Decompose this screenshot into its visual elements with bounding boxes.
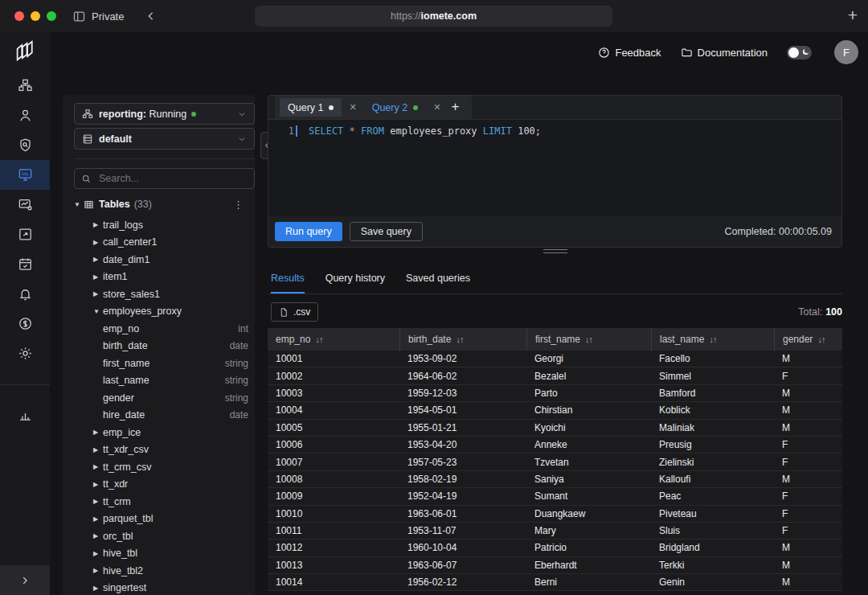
column-header-last_name[interactable]: last_name↓↑	[651, 328, 774, 351]
chevron-right-icon[interactable]: ▶	[93, 273, 103, 281]
clusters-icon	[18, 78, 33, 93]
nav-security[interactable]	[0, 130, 50, 160]
query-tab[interactable]: Query 2	[364, 98, 426, 117]
tree-table-item[interactable]: ▶tt_xdr_csv	[74, 441, 255, 459]
save-query-button[interactable]: Save query	[350, 222, 423, 241]
nav-billing[interactable]	[0, 309, 50, 339]
query-tab[interactable]: Query 1	[280, 98, 342, 117]
tree-table-item[interactable]: ▶trail_logs	[74, 216, 255, 234]
tree-column-item[interactable]: genderstring	[74, 389, 255, 407]
chevron-right-icon[interactable]: ▶	[93, 481, 103, 488]
address-bar[interactable]: https://iomete.com	[255, 6, 612, 27]
database-selector[interactable]: default	[74, 128, 255, 150]
sort-icon[interactable]: ↓↑	[315, 334, 322, 344]
chevron-right-icon[interactable]: ▶	[93, 532, 103, 540]
nav-users[interactable]	[0, 101, 50, 130]
feedback-button[interactable]: Feedback	[598, 47, 661, 59]
sort-icon[interactable]: ↓↑	[817, 334, 825, 344]
browser-sidebar-icon[interactable]	[72, 10, 86, 23]
tab-results[interactable]: Results	[271, 273, 305, 293]
chevron-right-icon[interactable]: ▶	[93, 256, 103, 263]
tree-table-item[interactable]: ▶hive_tbl	[74, 545, 255, 563]
chevron-right-icon[interactable]: ▶	[93, 221, 103, 228]
zoom-window-button[interactable]	[47, 11, 56, 21]
nav-apps[interactable]	[0, 220, 50, 249]
chevron-right-icon[interactable]: ▶	[93, 446, 103, 453]
tree-table-item[interactable]: ▶tt_crm_csv	[74, 458, 255, 476]
close-tab-icon[interactable]: ✕	[426, 102, 448, 113]
tree-table-item[interactable]: ▶item1	[74, 269, 255, 286]
nav-clusters[interactable]	[0, 71, 50, 101]
tree-table-item[interactable]: ▶date_dim1	[74, 251, 255, 269]
chevron-right-icon[interactable]: ▶	[93, 290, 103, 298]
close-tab-icon[interactable]: ✕	[342, 102, 363, 113]
tree-column-item[interactable]: first_namestring	[74, 355, 255, 372]
tab-query-history[interactable]: Query history	[326, 273, 385, 293]
tree-column-item[interactable]: last_namestring	[74, 372, 255, 390]
download-csv-button[interactable]: .csv	[271, 302, 318, 322]
search-input[interactable]	[97, 172, 234, 185]
panel-resize-handle[interactable]	[543, 249, 567, 256]
chevron-right-icon[interactable]: ▶	[93, 515, 103, 523]
chevron-right-icon[interactable]: ▶	[93, 463, 103, 470]
tree-table-item[interactable]: ▶singertest	[74, 580, 255, 595]
tree-column-item[interactable]: emp_noint	[74, 320, 255, 338]
sort-icon[interactable]: ↓↑	[585, 334, 592, 344]
chevron-right-icon[interactable]: ▶	[93, 498, 103, 505]
close-window-button[interactable]	[14, 11, 24, 21]
table-cell: Piveteau	[651, 508, 774, 519]
tree-table-item[interactable]: ▶call_center1	[74, 234, 255, 252]
tree-column-item[interactable]: hire_datedate	[74, 407, 255, 425]
nav-sql-editor[interactable]: SQL	[0, 160, 50, 190]
nav-settings[interactable]	[0, 339, 50, 368]
search-box[interactable]	[74, 168, 255, 189]
column-header-birth_date[interactable]: birth_date↓↑	[399, 328, 526, 351]
tree-table-item[interactable]: ▶store_sales1	[74, 285, 255, 303]
iomete-logo-icon[interactable]	[13, 39, 37, 65]
minimize-window-button[interactable]	[31, 11, 40, 21]
expand-sidebar-button[interactable]	[0, 565, 50, 595]
table-cell: 10011	[268, 525, 399, 536]
kebab-menu-icon[interactable]: ⋮	[233, 199, 244, 211]
tree-table-item[interactable]: ▶tt_crm	[74, 493, 255, 511]
column-header-gender[interactable]: gender↓↑	[774, 328, 842, 351]
column-header-first_name[interactable]: first_name↓↑	[526, 328, 651, 351]
run-query-button[interactable]: Run query	[275, 222, 342, 241]
chevron-right-icon[interactable]: ▶	[93, 429, 103, 436]
nav-alerts[interactable]	[0, 279, 50, 309]
avatar[interactable]: F	[834, 40, 858, 64]
column-header-emp_no[interactable]: emp_no↓↑	[268, 328, 399, 351]
table-cell: 1953-11-07	[399, 525, 526, 536]
chevron-right-icon[interactable]: ▶	[93, 585, 103, 592]
editor-actions-row: Run query Save query Completed: 00:00:05…	[268, 216, 841, 247]
chevron-right-icon[interactable]: ▶	[93, 239, 103, 246]
sort-icon[interactable]: ↓↑	[456, 334, 463, 344]
code-editor[interactable]: 1 SELECT * FROM employees_proxy LIMIT 10…	[268, 120, 841, 216]
tree-table-item[interactable]: ▶parquet_tbl	[74, 511, 255, 528]
chevron-right-icon[interactable]: ▶	[93, 550, 103, 557]
chevron-down-icon[interactable]: ▼	[74, 201, 84, 208]
tree-column-item[interactable]: birth_datedate	[74, 338, 255, 355]
nav-monitoring[interactable]	[0, 400, 50, 429]
theme-toggle[interactable]	[787, 46, 812, 60]
tree-table-item[interactable]: ▶emp_ice	[74, 424, 255, 441]
tree-table-item[interactable]: ▶orc_tbl	[74, 527, 255, 545]
tree-table-item[interactable]: ▼employees_proxy	[74, 303, 255, 321]
documentation-button[interactable]: Documentation	[681, 47, 768, 59]
add-query-tab-icon[interactable]: +	[448, 99, 467, 117]
tables-tree-root[interactable]: ▼ Tables (33) ⋮	[74, 195, 255, 213]
tree-table-item[interactable]: ▶tt_xdr	[74, 476, 255, 494]
cluster-selector[interactable]: reporting: Running	[74, 103, 255, 125]
tree-item-label: employees_proxy	[103, 306, 182, 317]
tab-saved-queries[interactable]: Saved queries	[406, 273, 470, 293]
new-tab-button[interactable]: +	[848, 5, 858, 26]
tree-item-label: orc_tbl	[103, 531, 133, 542]
nav-schedule[interactable]	[0, 249, 50, 279]
tree-table-item[interactable]: ▶hive_tbl2	[74, 562, 255, 580]
back-button[interactable]	[145, 10, 158, 23]
chevron-down-icon[interactable]: ▼	[93, 308, 103, 315]
tree-item-label: tt_crm_csv	[103, 462, 151, 473]
sort-icon[interactable]: ↓↑	[709, 334, 716, 344]
chevron-right-icon[interactable]: ▶	[93, 567, 103, 574]
nav-metrics[interactable]	[0, 190, 50, 220]
